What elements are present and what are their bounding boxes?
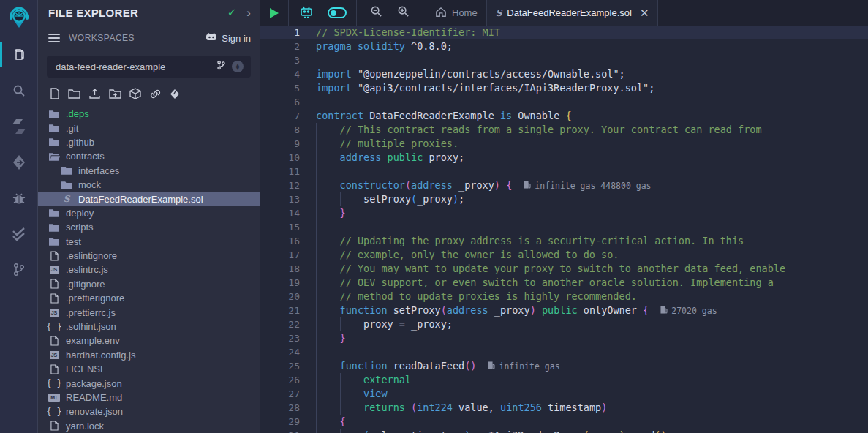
tree-item-license[interactable]: LICENSE [38, 362, 260, 376]
sidebar-item-search[interactable] [0, 72, 38, 108]
code-text [316, 220, 340, 234]
tree-item--eslintignore[interactable]: .eslintignore [38, 249, 260, 263]
close-tab-icon[interactable]: ✕ [640, 7, 649, 20]
file-tree: .deps.git.githubcontractsinterfacesmockS… [38, 105, 260, 433]
tree-item-mock[interactable]: mock [38, 178, 260, 192]
tree-item--eslintrc-js[interactable]: JS.eslintrc.js [38, 263, 260, 276]
tree-item--deps[interactable]: .deps [38, 107, 260, 121]
line-number: 28 [260, 401, 316, 415]
line-number: 4 [260, 67, 316, 81]
tree-item-interfaces[interactable]: interfaces [38, 164, 260, 178]
line-number: 30 [260, 429, 316, 433]
sidebar-item-file-explorer[interactable] [0, 37, 38, 72]
gas-estimate: 27020 gas [660, 304, 717, 318]
tab-datafeedreaderexample-sol[interactable]: S DataFeedReaderExample.sol ✕ [487, 0, 659, 26]
line-number: 3 [260, 53, 316, 67]
tree-item--git[interactable]: .git [38, 121, 260, 135]
tree-item--solhint-json[interactable]: { }.solhint.json [38, 320, 260, 334]
code-text: function setProxy(address _proxy) public… [316, 304, 717, 317]
code-text: view [316, 387, 388, 401]
upload-file-icon[interactable] [88, 88, 101, 99]
confirm-check-icon[interactable]: ✓ [227, 6, 237, 19]
copilot-toggle[interactable] [321, 7, 353, 18]
line-number: 7 [260, 109, 316, 123]
code-editor[interactable]: 1// SPDX-License-Identifier: MIT2pragma … [260, 26, 868, 433]
line-number: 5 [260, 81, 316, 95]
tree-item--prettierrc-js[interactable]: JS.prettierrc.js [38, 305, 260, 319]
tree-item--gitignore[interactable]: .gitignore [38, 277, 260, 291]
tree-item-label: hardhat.config.js [66, 350, 135, 361]
ai-copilot-button[interactable] [292, 4, 321, 22]
tree-item-label: renovate.json [66, 406, 123, 417]
tree-item-datafeedreaderexample-sol[interactable]: SDataFeedReaderExample.sol [38, 192, 260, 206]
code-line-30: 30(value, timestamp) = IApi3ReaderProxy(… [260, 429, 868, 433]
sol-icon: S [61, 194, 72, 204]
line-number: 22 [260, 317, 316, 331]
ipfs-cube-icon[interactable] [129, 88, 141, 99]
fuel-pump-icon [488, 360, 495, 374]
robot-icon [298, 4, 314, 22]
toggle-on-icon [328, 7, 347, 18]
json-icon: { } [48, 378, 60, 388]
sidebar-item-unit-testing[interactable] [0, 216, 38, 252]
workspace-menu-icon[interactable] [48, 31, 60, 45]
tree-item-hardhat-config-js[interactable]: JShardhat.config.js [38, 348, 260, 362]
code-text [316, 345, 340, 359]
sign-in-button[interactable]: Sign in [205, 32, 251, 45]
tree-item--prettierignore[interactable]: .prettierignore [38, 291, 260, 305]
gas-estimate: infinite gas [488, 360, 559, 374]
run-script-button[interactable] [263, 8, 285, 18]
zoom-in-button[interactable] [390, 0, 417, 26]
link-icon[interactable] [149, 89, 162, 99]
tree-item-deploy[interactable]: deploy [38, 206, 260, 220]
code-text: contract DataFeedReaderExample is Ownabl… [316, 109, 572, 123]
sidebar-item-solidity-compiler[interactable] [0, 108, 38, 144]
tree-item-example-env[interactable]: example.env [38, 334, 260, 347]
code-line-29: 29{ [260, 415, 868, 429]
github-icon [205, 32, 217, 45]
code-line-17: 17// example, only the owner is allowed … [260, 248, 868, 262]
sidebar-item-git[interactable] [0, 252, 38, 287]
code-line-5: 5import "@api3/contracts/interfaces/IApi… [260, 81, 868, 95]
file-icon [48, 421, 60, 431]
line-number: 15 [260, 220, 316, 234]
panel-title: FILE EXPLORER [48, 7, 227, 19]
code-text: // multiple proxies. [316, 137, 458, 151]
remix-logo-icon[interactable] [0, 0, 38, 37]
tree-item--github[interactable]: .github [38, 135, 260, 149]
tree-item-test[interactable]: test [38, 235, 260, 249]
tree-item-renovate-json[interactable]: { }renovate.json [38, 404, 260, 418]
folder-icon [48, 110, 60, 118]
tree-item-package-json[interactable]: { }package.json [38, 376, 260, 390]
tree-item-label: LICENSE [66, 364, 107, 374]
tree-item-yarn-lock[interactable]: yarn.lock [38, 419, 260, 433]
tree-item-label: DataFeedReaderExample.sol [78, 194, 203, 205]
line-number: 25 [260, 359, 316, 373]
code-line-2: 2pragma solidity ^0.8.0; [260, 39, 868, 53]
code-text: (value, timestamp) = IApi3ReaderProxy(pr… [316, 429, 673, 433]
folder-icon [48, 237, 60, 246]
code-line-23: 23} [260, 331, 868, 345]
code-text: pragma solidity ^0.8.0; [316, 39, 453, 53]
code-text: returns (int224 value, uint256 timestamp… [316, 401, 607, 415]
workspace-dropdown-icon[interactable]: ▲▼ [232, 61, 244, 72]
sidebar-item-debugger[interactable] [0, 180, 38, 216]
create-file-icon[interactable] [50, 88, 60, 99]
tree-item-contracts[interactable]: contracts [38, 149, 260, 163]
collapse-chevron-icon[interactable]: › [246, 7, 251, 19]
tab-home[interactable]: Home [426, 0, 487, 26]
code-text: // SPDX-License-Identifier: MIT [316, 26, 500, 39]
workspace-select[interactable]: data-feed-reader-example ▲▼ [47, 56, 251, 78]
solidity-import-icon[interactable] [170, 89, 180, 99]
folder-open-icon [48, 152, 60, 161]
sidebar-item-deploy-run[interactable] [0, 144, 38, 180]
tree-item-readme-md[interactable]: M↓README.md [38, 391, 260, 404]
search-icon [12, 83, 26, 98]
code-text: import "@openzeppelin/contracts/access/O… [316, 67, 625, 81]
upload-folder-icon[interactable] [109, 89, 121, 99]
tree-item-scripts[interactable]: scripts [38, 220, 260, 234]
code-text: external [316, 373, 411, 387]
bug-icon [12, 191, 26, 206]
create-folder-icon[interactable] [68, 89, 80, 99]
zoom-out-button[interactable] [363, 0, 390, 26]
